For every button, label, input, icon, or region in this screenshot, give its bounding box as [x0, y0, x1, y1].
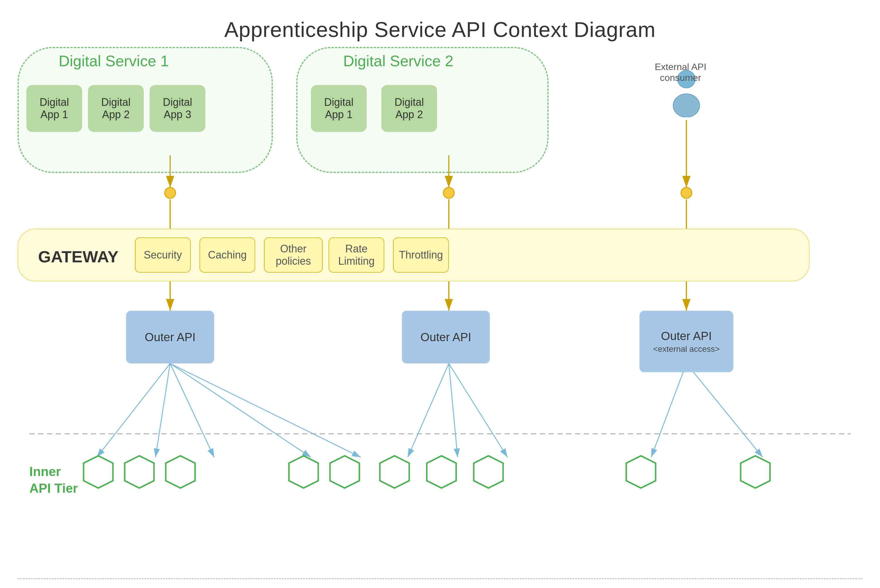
svg-marker-29 [330, 456, 360, 488]
svg-marker-25 [84, 456, 113, 488]
svg-line-17 [170, 363, 361, 457]
hex-2 [123, 454, 155, 489]
diagram-container: Apprenticeship Service API Context Diagr… [0, 0, 880, 588]
page-title: Apprenticeship Service API Context Diagr… [0, 0, 880, 42]
svg-line-18 [408, 363, 449, 457]
connector-circle-2 [443, 187, 455, 199]
svg-line-15 [170, 363, 214, 457]
outer-api-2: Outer API [402, 311, 490, 363]
connector-circle-1 [164, 187, 176, 199]
svg-line-14 [155, 363, 170, 457]
svg-line-13 [97, 363, 170, 457]
svg-line-19 [449, 363, 457, 457]
policy-security: Security [135, 237, 191, 273]
digital-service-2-label: Digital Service 2 [343, 52, 453, 70]
svg-line-21 [651, 363, 686, 457]
outer-api-3: Outer API <external access> [639, 311, 733, 372]
hex-8 [472, 454, 504, 489]
policy-rate-limiting: Rate Limiting [328, 237, 384, 273]
outer-api-1: Outer API [126, 311, 214, 363]
connector-circle-3 [680, 187, 692, 199]
svg-marker-33 [626, 456, 656, 488]
hex-9 [625, 454, 657, 489]
policy-other: Other policies [264, 237, 323, 273]
svg-line-20 [449, 363, 507, 457]
gateway-label: GATEWAY [38, 247, 119, 266]
digital-service-1-label: Digital Service 1 [59, 52, 169, 70]
ds2-app2: Digital App 2 [381, 85, 437, 132]
hex-4 [287, 454, 320, 489]
hex-5 [328, 454, 361, 489]
ds1-app2: Digital App 2 [88, 85, 144, 132]
svg-marker-31 [427, 456, 456, 488]
ds1-app1: Digital App 1 [26, 85, 82, 132]
svg-line-16 [170, 363, 311, 457]
svg-marker-32 [474, 456, 503, 488]
hex-10 [739, 454, 772, 489]
policy-caching: Caching [200, 237, 255, 273]
bottom-border-line [18, 578, 862, 579]
inner-api-tier-label: Inner API Tier [29, 463, 78, 496]
svg-marker-26 [125, 456, 154, 488]
svg-marker-34 [741, 456, 770, 488]
hex-6 [378, 454, 411, 489]
svg-line-22 [686, 363, 763, 457]
ds1-app3: Digital App 3 [150, 85, 205, 132]
ds2-app1: Digital App 1 [311, 85, 367, 132]
hex-1 [82, 454, 114, 489]
policy-throttling: Throttling [393, 237, 449, 273]
hex-7 [425, 454, 457, 489]
external-consumer-label: External API consumer [633, 62, 728, 83]
svg-marker-28 [289, 456, 318, 488]
hex-3 [164, 454, 197, 489]
svg-marker-27 [166, 456, 195, 488]
svg-point-24 [673, 94, 699, 117]
svg-marker-30 [380, 456, 409, 488]
outer-api-3-sub: <external access> [653, 344, 719, 354]
